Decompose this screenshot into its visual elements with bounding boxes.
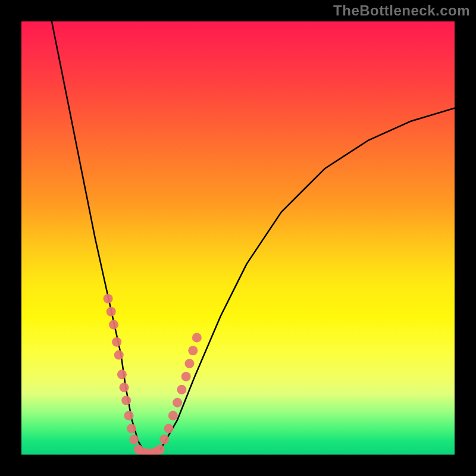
svg-point-10 (129, 435, 139, 444)
svg-point-17 (159, 435, 169, 444)
svg-point-21 (177, 385, 186, 394)
curve-svg (21, 21, 455, 455)
svg-point-11 (134, 444, 143, 454)
plot-area (21, 21, 455, 455)
svg-point-22 (181, 372, 191, 381)
svg-point-6 (120, 383, 129, 392)
svg-point-8 (124, 411, 134, 420)
curve-markers (104, 294, 202, 455)
svg-point-16 (155, 444, 165, 454)
svg-point-25 (192, 333, 202, 342)
svg-point-18 (164, 424, 174, 433)
chart-frame: TheBottleneck.com (0, 0, 476, 476)
svg-point-19 (168, 411, 178, 420)
bottleneck-curve (52, 21, 455, 455)
watermark-text: TheBottleneck.com (333, 2, 470, 19)
svg-point-24 (188, 346, 198, 355)
svg-point-2 (109, 320, 118, 330)
svg-point-3 (112, 337, 121, 347)
svg-point-15 (151, 447, 161, 455)
svg-point-12 (138, 447, 148, 455)
svg-point-9 (127, 424, 136, 433)
svg-point-1 (107, 307, 116, 317)
svg-point-23 (184, 359, 194, 368)
svg-point-14 (146, 449, 156, 455)
svg-point-13 (142, 449, 152, 455)
svg-point-20 (173, 398, 182, 408)
svg-point-0 (104, 294, 113, 303)
svg-point-4 (114, 350, 124, 360)
svg-point-7 (121, 396, 131, 405)
svg-point-5 (117, 369, 127, 379)
